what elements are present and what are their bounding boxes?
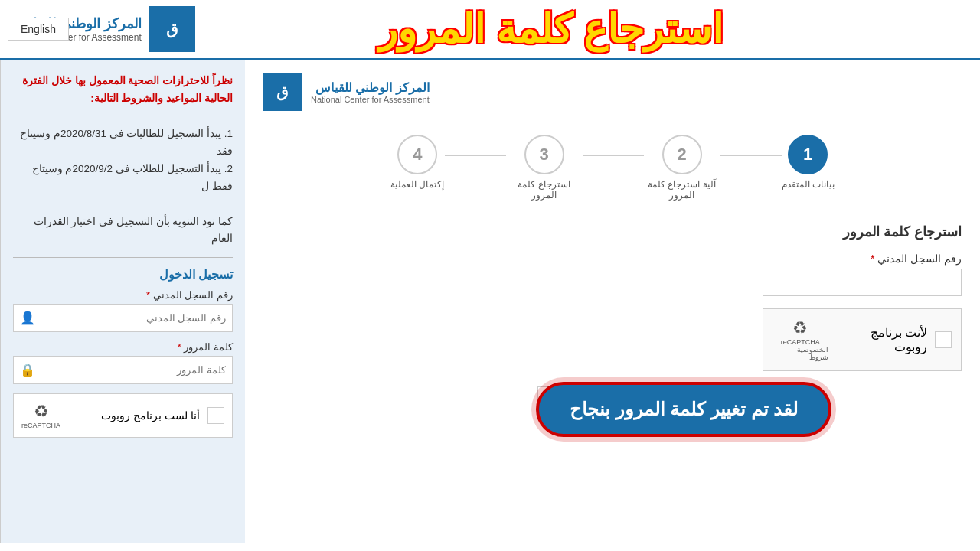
step-4-label: إكتمال العملية [390,179,444,190]
sidebar: نظراً للاحترازات الصحية المعمول بها خلال… [0,60,245,543]
form-captcha: لأنت برنامج روبوت ♻ reCAPTCHA الخصوصية -… [763,308,962,371]
svg-text:ق: ق [166,21,178,38]
captcha-checkbox[interactable] [935,331,952,348]
inner-logo-english: National Center for Assessment [311,95,430,104]
inner-logo-text: المركز الوطني للقياس National Center for… [311,80,430,104]
step-3: 3 استرجاع كلمة المرور [506,135,583,201]
step-2: 2 آلية استرجاع كلمة المرور [644,135,720,201]
sidebar-password-label: كلمة المرور * [13,341,233,353]
notice-item-1: 1. يبدأ التسجيل للطالبات في 2020/8/31م و… [20,128,233,157]
inner-header: المركز الوطني للقياس National Center for… [263,73,962,119]
sidebar-civil-id-label: رقم السجل المدني * [13,289,233,301]
recaptcha-logo: ♻ reCAPTCHA الخصوصية - شروط [773,318,828,361]
connector-2-3 [583,155,644,156]
sidebar-notice: نظراً للاحترازات الصحية المعمول بها خلال… [13,73,233,248]
step-3-label: استرجاع كلمة المرور [506,179,583,201]
page-title: استرجاع كلمة المرور [195,6,906,52]
step-3-circle: 3 [524,135,564,174]
top-header: English استرجاع كلمة المرور المركز الوطن… [0,0,980,60]
civil-id-input[interactable] [763,269,962,296]
sidebar-login-title: تسجيل الدخول [13,267,233,282]
sidebar-recaptcha-logo: ♻ reCAPTCHA [21,402,60,429]
sidebar-civil-id-input[interactable] [41,306,232,330]
language-button[interactable]: English [8,18,69,41]
connector-1-2 [720,155,782,156]
inner-logo-icon: ق [263,73,302,111]
form-title: استرجاع كلمة المرور [263,223,962,240]
steps-container: 1 بيانات المتقدم 2 آلية استرجاع كلمة الم… [263,135,962,201]
main-layout: المركز الوطني للقياس National Center for… [0,60,980,543]
sidebar-captcha-label: أنا لست برنامج روبوت [101,409,200,422]
step-4: 4 إكتمال العملية [390,135,444,190]
sidebar-captcha: أنا لست برنامج روبوت ♻ reCAPTCHA [13,393,233,438]
notice-text: نظراً للاحترازات الصحية المعمول بها خلال… [22,75,233,104]
sidebar-captcha-checkbox[interactable] [207,407,224,424]
inner-logo-arabic: المركز الوطني للقياس [311,80,430,95]
captcha-label: لأنت برنامج روبوت [836,325,928,354]
step-2-label: آلية استرجاع كلمة المرور [644,179,720,201]
sidebar-password-wrap: 🔒 [13,356,233,384]
sidebar-divider [13,257,233,258]
content-area: المركز الوطني للقياس National Center for… [245,60,980,543]
sidebar-civil-id-wrap: 👤 [13,304,233,332]
sidebar-password-input[interactable] [41,358,232,382]
lock-icon: 🔒 [14,357,41,383]
notice-extra: كما نود التنويه بأن التسجيل في اختبار ال… [34,216,233,245]
logo-icon: ق [149,6,195,52]
civil-id-label: رقم السجل المدني * [263,253,962,265]
step-1: 1 بيانات المتقدم [782,135,835,190]
svg-text:ق: ق [276,83,289,101]
step-2-circle: 2 [662,135,702,174]
step-1-label: بيانات المتقدم [782,179,835,190]
step-1-circle: 1 [788,135,828,174]
step-4-circle: 4 [397,135,437,174]
connector-3-4 [445,155,506,156]
success-message: لقد تم تغيير كلمة المرور بنجاح [536,382,831,437]
notice-item-2: 2. يبدأ التسجيل للطلاب في 2020/9/2م وسيت… [32,163,233,192]
person-icon: 👤 [14,305,41,331]
